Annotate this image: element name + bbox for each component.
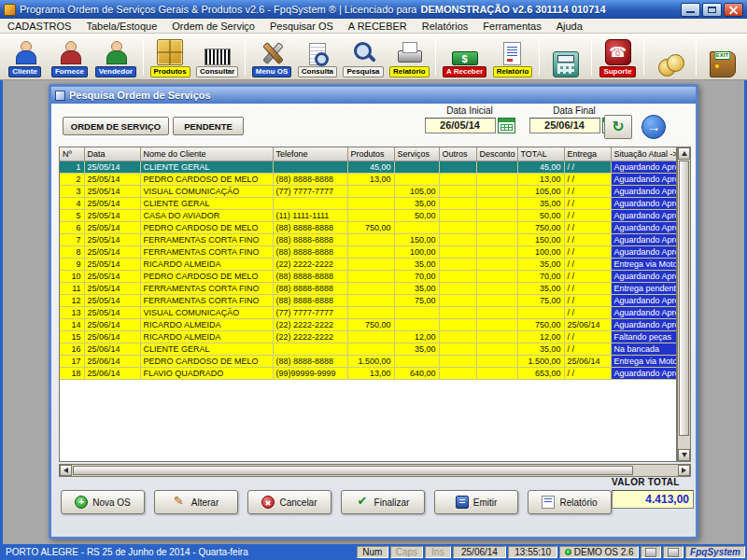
- nova-os-button[interactable]: Nova OS: [61, 490, 145, 514]
- table-row-9[interactable]: 925/05/14RICARDO ALMEIDA(22) 2222-222235…: [60, 258, 677, 270]
- refresh-button[interactable]: [604, 115, 632, 139]
- menu-item-relatorios[interactable]: Relatórios: [415, 19, 476, 33]
- grid-body: 125/05/14CLIENTE GERAL45,0045,00/ /Aguar…: [60, 161, 677, 379]
- finalizar-button[interactable]: Finalizar: [341, 490, 425, 514]
- table-row-8[interactable]: 825/05/14FERRAMENTAS CORTA FINO(88) 8888…: [60, 245, 677, 258]
- table-row-16[interactable]: 1625/06/14CLIENTE GERAL35,0035,00/ /Na b…: [60, 343, 677, 355]
- report-icon: [503, 42, 521, 65]
- table-row-18[interactable]: 1825/06/14FLAVIO QUADRADO(99)99999-99991…: [60, 367, 677, 379]
- cell-status: Aguardando Aprovação: [611, 245, 677, 258]
- column-header-entrega[interactable]: Entrega: [564, 147, 611, 161]
- column-header-nome-do-cliente[interactable]: Nome do Cliente: [140, 147, 273, 161]
- maximize-button[interactable]: [702, 3, 722, 17]
- table-row-6[interactable]: 625/05/14PEDRO CARDOSO DE MELO(88) 8888-…: [60, 221, 677, 233]
- toolbar-button-produtos[interactable]: Produtos: [148, 35, 192, 78]
- cancelar-button[interactable]: Cancelar: [247, 490, 331, 514]
- cell-services: 70,00: [394, 270, 439, 282]
- pendente-button[interactable]: PENDENTE: [173, 117, 244, 135]
- table-row-4[interactable]: 425/05/14CLIENTE GERAL35,0035,00/ /Aguar…: [60, 197, 677, 209]
- column-header-produtos[interactable]: Produtos: [347, 147, 394, 161]
- table-row-11[interactable]: 1125/05/14FERRAMENTAS CORTA FINO(88) 888…: [60, 282, 677, 294]
- table-row-15[interactable]: 1525/06/14RICARDO ALMEIDA(22) 2222-22221…: [60, 330, 677, 343]
- cell-products: [347, 197, 394, 209]
- cell-date: 25/06/14: [84, 343, 140, 355]
- menu-item-pesquisar-os[interactable]: Pesquisar OS: [262, 19, 341, 33]
- column-header-servicos[interactable]: Serviços: [394, 147, 439, 161]
- minimize-button[interactable]: [681, 3, 700, 17]
- table-row-2[interactable]: 225/05/14PEDRO CARDOSO DE MELO(88) 8888-…: [60, 173, 677, 185]
- alterar-button[interactable]: Alterar: [154, 490, 238, 514]
- scroll-left-button[interactable]: [60, 465, 72, 476]
- table-row-7[interactable]: 725/05/14FERRAMENTAS CORTA FINO(88) 8888…: [60, 233, 677, 245]
- column-header-data[interactable]: Data: [84, 147, 140, 161]
- table-row-3[interactable]: 325/05/14VISUAL COMUNICAÇÃO(77) 7777-777…: [60, 185, 677, 197]
- statusbar: PORTO ALEGRE - RS 25 de Junho de 2014 - …: [0, 544, 747, 560]
- table-row-17[interactable]: 1725/06/14PEDRO CARDOSO DE MELO(88) 8888…: [60, 355, 677, 367]
- toolbar-button-coins-icon[interactable]: [649, 35, 691, 78]
- table-row-13[interactable]: 1325/05/14VISUAL COMUNICAÇÃO(77) 7777-77…: [60, 306, 677, 318]
- horizontal-scrollbar[interactable]: [59, 464, 691, 477]
- table-row-12[interactable]: 1225/05/14FERRAMENTAS CORTA FINO(88) 888…: [60, 294, 677, 306]
- column-header-outros[interactable]: Outros: [439, 147, 476, 161]
- menu-item-tabela-estoque[interactable]: Tabela/Estoque: [78, 19, 164, 33]
- date-final-field[interactable]: 25/06/14: [529, 118, 600, 133]
- toolbar-button-menu-os[interactable]: Menu OS: [250, 35, 293, 78]
- cell-num: 8: [60, 245, 84, 258]
- toolbar-button-pesquisa[interactable]: Pesquisa: [342, 35, 386, 78]
- date-initial-calendar-icon[interactable]: [498, 118, 515, 133]
- vertical-scroll-thumb[interactable]: [679, 161, 689, 436]
- column-header-telefone[interactable]: Telefone: [273, 147, 347, 161]
- toolbar-label-consultar: Consultar: [196, 66, 238, 77]
- cell-delivery: / /: [564, 294, 611, 306]
- search-go-button[interactable]: [641, 115, 666, 139]
- toolbar-button-vendedor[interactable]: Vendedor: [93, 35, 138, 78]
- cell-others: [439, 185, 476, 197]
- menu-item-ajuda[interactable]: Ajuda: [549, 19, 590, 33]
- ordem-de-servico-button[interactable]: ORDEM DE SERVIÇO: [63, 117, 169, 135]
- scroll-up-button[interactable]: [678, 147, 690, 160]
- status-printer-pane[interactable]: [663, 546, 684, 558]
- toolbar-button-consulta[interactable]: Consulta: [296, 35, 339, 78]
- table-row-14[interactable]: 1425/06/14RICARDO ALMEIDA(22) 2222-22227…: [60, 318, 677, 330]
- menu-item-ordem-de-servico[interactable]: Ordem de Serviço: [164, 19, 262, 33]
- scroll-down-button[interactable]: [678, 449, 690, 461]
- cell-client: CLIENTE GERAL: [140, 197, 273, 209]
- cell-delivery: / /: [564, 270, 611, 282]
- toolbar-button-a-receber[interactable]: A Receber: [441, 35, 488, 78]
- scroll-right-button[interactable]: [678, 465, 690, 476]
- cell-date: 25/05/14: [84, 221, 140, 233]
- cell-status: Faltando peças: [611, 330, 677, 343]
- cell-products: [347, 282, 394, 294]
- column-header-total[interactable]: TOTAL: [517, 147, 564, 161]
- toolbar-label-relatorio: Relatório: [389, 66, 430, 77]
- toolbar-button-cliente[interactable]: Cliente: [4, 35, 46, 78]
- relatorio-button[interactable]: Relatório: [528, 490, 612, 514]
- toolbar-button-consultar[interactable]: Consultar: [194, 35, 240, 78]
- column-header-desconto[interactable]: Desconto: [476, 147, 517, 161]
- column-header-situacao-atual[interactable]: Situação Atual ->: [611, 147, 677, 161]
- table-row-5[interactable]: 525/05/14CASA DO AVIADOR(11) 1111-111150…: [60, 209, 677, 221]
- column-header-n[interactable]: Nº: [60, 147, 84, 161]
- toolbar-button-exit-icon[interactable]: EXIT: [701, 35, 743, 78]
- menu-item-ferramentas[interactable]: Ferramentas: [475, 19, 548, 33]
- menu-item-cadastros[interactable]: CADASTROS: [0, 19, 78, 33]
- close-button[interactable]: [724, 3, 743, 17]
- table-row-10[interactable]: 1025/05/14PEDRO CARDOSO DE MELO(88) 8888…: [60, 270, 677, 282]
- cell-others: [439, 221, 476, 233]
- date-initial-group: Data Inicial 26/05/14: [421, 105, 518, 133]
- status-monitor-pane[interactable]: [641, 546, 661, 558]
- toolbar-button-calculator-icon[interactable]: [544, 35, 586, 78]
- date-initial-field[interactable]: 26/05/14: [425, 118, 496, 133]
- vertical-scrollbar[interactable]: [677, 147, 691, 462]
- toolbar-button-relatorio[interactable]: Relatório: [388, 35, 430, 78]
- exit-badge: EXIT: [714, 51, 730, 60]
- table-row-1[interactable]: 125/05/14CLIENTE GERAL45,0045,00/ /Aguar…: [60, 161, 677, 173]
- toolbar-button-suporte[interactable]: Suporte: [597, 35, 639, 78]
- emitir-button[interactable]: Emitir: [434, 490, 518, 514]
- menubar: CADASTROSTabela/EstoqueOrdem de ServiçoP…: [0, 19, 747, 34]
- toolbar-button-fornece[interactable]: Fornece: [49, 35, 91, 78]
- cell-client: VISUAL COMUNICAÇÃO: [140, 306, 273, 318]
- toolbar-button-relatorio[interactable]: Relatório: [491, 35, 534, 78]
- menu-item-a-receber[interactable]: A RECEBER: [341, 19, 415, 33]
- horizontal-scroll-thumb[interactable]: [73, 466, 633, 475]
